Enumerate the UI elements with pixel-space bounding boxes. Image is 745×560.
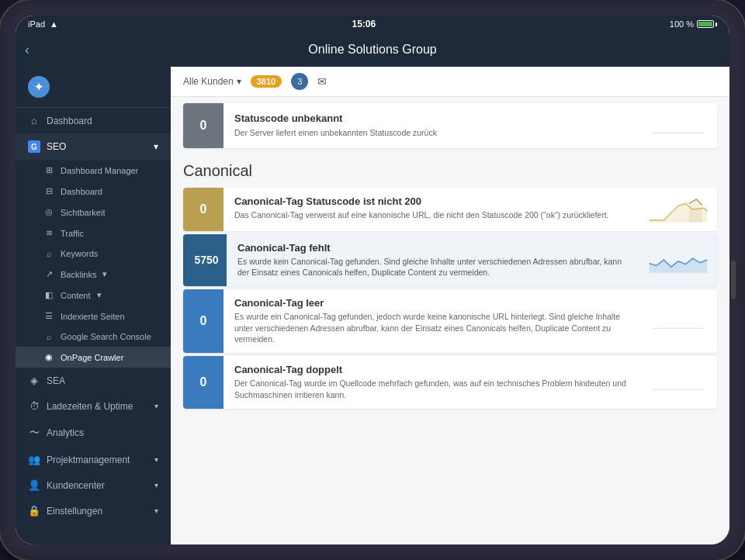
filter-bar: Alle Kunden ▾ 3810 3 ✉	[171, 67, 729, 97]
statuscode-desc: Der Server liefert einen unbekannten Sta…	[234, 127, 629, 139]
einstellungen-icon: 🔒	[28, 505, 40, 517]
dashboard-icon: ⌂	[28, 115, 40, 126]
canonical-2-sparkline	[646, 244, 711, 275]
sidebar-label-gsc: Google Search Console	[61, 332, 151, 341]
canonical-4-title: Canonical-Tag doppelt	[234, 364, 629, 375]
projekt-chevron: ▾	[154, 455, 158, 464]
canonical-3-body: Canonical-Tag leer Es wurde ein Canonica…	[224, 289, 639, 353]
customer-filter-dropdown[interactable]: Alle Kunden ▾	[183, 76, 241, 87]
status-left: iPad ▲	[28, 19, 58, 29]
sidebar-item-backlinks[interactable]: ↗ Backlinks ▾	[16, 264, 171, 285]
sidebar-label-ladezeiten: Ladezeiten & Uptime	[47, 401, 133, 412]
sidebar-label-dashboard: Dashboard	[47, 116, 92, 126]
sidebar-label-traffic: Traffic	[61, 229, 84, 238]
statuscode-sparkline	[646, 110, 711, 141]
sidebar: ✦ ⌂ Dashboard G SEO ▾ ⊞ Dashboard Manag	[16, 67, 171, 544]
battery-body	[697, 20, 714, 28]
svg-marker-3	[650, 259, 708, 274]
canonical-2-number: 5750	[186, 234, 227, 286]
wifi-icon: ▲	[50, 19, 58, 29]
canonical-2-desc: Es wurde kein Canonical-Tag gefunden. Si…	[237, 256, 629, 278]
sidebar-item-projektmanagement[interactable]: 👥 Projektmanagement ▾	[16, 447, 171, 472]
sidebar-item-ladezeiten[interactable]: ⏱ Ladezeiten & Uptime ▾	[16, 393, 171, 419]
keywords-icon: ⌕	[43, 249, 54, 258]
scroll-content[interactable]: 0 Statuscode unbekannt Der Server liefer…	[171, 97, 729, 544]
onpage-icon: ◉	[43, 352, 54, 362]
battery-percent: 100 %	[670, 19, 694, 29]
side-button	[731, 261, 736, 299]
sidebar-item-traffic[interactable]: ≋ Traffic	[16, 223, 171, 244]
canonical-3-chart	[639, 289, 717, 353]
content-chevron: ▾	[97, 290, 102, 300]
sichtbarkeit-icon: ◎	[43, 207, 54, 217]
sidebar-label-sichtbarkeit: Sichtbarkeit	[61, 208, 105, 217]
sidebar-nav: ⌂ Dashboard G SEO ▾ ⊞ Dashboard Manager …	[16, 108, 171, 544]
sidebar-item-dashboard-manager[interactable]: ⊞ Dashboard Manager	[16, 160, 171, 181]
canonical-2-title: Canonical-Tag fehlt	[237, 242, 629, 254]
indexierte-icon: ☰	[43, 311, 54, 321]
ladezeiten-chevron: ▾	[154, 402, 158, 410]
sidebar-item-dashboard-sub[interactable]: ⊟ Dashboard	[16, 181, 171, 202]
sidebar-item-analytics[interactable]: 〜 Analytics	[16, 419, 171, 447]
canonical-2-chart	[639, 234, 717, 286]
content-area: Alle Kunden ▾ 3810 3 ✉ 0 Stat	[171, 67, 729, 544]
sidebar-item-google-search-console[interactable]: ⌕ Google Search Console	[16, 327, 171, 347]
tablet-screen: iPad ▲ 15:06 100 % ‹ Online Solutions Gr…	[16, 16, 729, 544]
content-icon: ◧	[43, 290, 54, 300]
canonical-4-desc: Der Canonical-Tag wurde im Quellcode meh…	[234, 378, 629, 400]
sidebar-item-kundencenter[interactable]: 👤 Kundencenter ▾	[16, 472, 171, 498]
backlinks-chevron: ▾	[102, 269, 107, 279]
battery-fill	[698, 22, 712, 26]
sidebar-label-content: Content	[61, 291, 91, 300]
sidebar-label-einstellungen: Einstellungen	[47, 506, 102, 517]
sidebar-item-indexierte-seiten[interactable]: ☰ Indexierte Seiten	[16, 306, 171, 327]
sidebar-item-sichtbarkeit[interactable]: ◎ Sichtbarkeit	[16, 202, 171, 223]
sidebar-item-sea[interactable]: ◈ SEA	[16, 368, 171, 393]
sidebar-label-sea: SEA	[47, 375, 65, 386]
canonical-4-sparkline	[646, 367, 711, 398]
sidebar-item-keywords[interactable]: ⌕ Keywords	[16, 244, 171, 264]
canonical-card-1: 0 Canonical-Tag Statuscode ist nicht 200…	[183, 188, 717, 231]
sidebar-item-seo[interactable]: G SEO ▾	[16, 133, 171, 160]
tablet-frame: iPad ▲ 15:06 100 % ‹ Online Solutions Gr…	[0, 0, 745, 560]
canonical-4-body: Canonical-Tag doppelt Der Canonical-Tag …	[224, 356, 639, 408]
dashboard-manager-icon: ⊞	[43, 165, 54, 175]
canonical-heading: Canonical	[171, 151, 729, 185]
canonical-4-chart	[639, 356, 717, 408]
statuscode-chart	[639, 103, 717, 148]
canonical-3-sparkline	[646, 306, 711, 337]
sidebar-item-einstellungen[interactable]: 🔒 Einstellungen ▾	[16, 498, 171, 524]
badge-blue: 3	[291, 73, 308, 90]
badge-orange: 3810	[251, 75, 282, 88]
canonical-3-number: 0	[183, 289, 224, 353]
sidebar-label-kunden: Kundencenter	[47, 480, 105, 491]
canonical-3-title: Canonical-Tag leer	[234, 297, 629, 309]
mail-icon[interactable]: ✉	[317, 75, 327, 88]
kunden-icon: 👤	[28, 479, 40, 491]
canonical-1-number: 0	[183, 188, 224, 231]
sidebar-label-dashboard-manager: Dashboard Manager	[61, 166, 138, 175]
sidebar-item-content[interactable]: ◧ Content ▾	[16, 285, 171, 306]
statuscode-title: Statuscode unbekannt	[234, 112, 629, 124]
back-button[interactable]: ‹	[25, 42, 29, 58]
sidebar-item-dashboard[interactable]: ⌂ Dashboard	[16, 108, 171, 133]
canonical-card-3: 0 Canonical-Tag leer Es wurde ein Canoni…	[183, 289, 717, 353]
statuscode-card: 0 Statuscode unbekannt Der Server liefer…	[183, 103, 717, 148]
sidebar-item-onpage-crawler[interactable]: ◉ OnPage Crawler	[16, 347, 171, 368]
google-icon: G	[28, 140, 40, 153]
sidebar-label-backlinks: Backlinks	[61, 270, 96, 279]
projekt-icon: 👥	[28, 454, 40, 465]
title-bar: ‹ Online Solutions Group	[16, 33, 729, 67]
filter-arrow: ▾	[237, 76, 241, 87]
battery-indicator	[697, 20, 717, 28]
battery-tip	[716, 22, 717, 26]
backlinks-icon: ↗	[43, 269, 54, 279]
canonical-2-body: Canonical-Tag fehlt Es wurde kein Canoni…	[227, 234, 639, 286]
ladezeiten-icon: ⏱	[28, 400, 40, 412]
sidebar-label-projekt: Projektmanagement	[47, 455, 130, 465]
logo-icon: ✦	[28, 76, 50, 98]
dashboard-sub-icon: ⊟	[43, 186, 54, 196]
status-bar: iPad ▲ 15:06 100 %	[16, 16, 729, 33]
canonical-1-title: Canonical-Tag Statuscode ist nicht 200	[234, 195, 629, 207]
seo-chevron: ▾	[154, 141, 158, 152]
